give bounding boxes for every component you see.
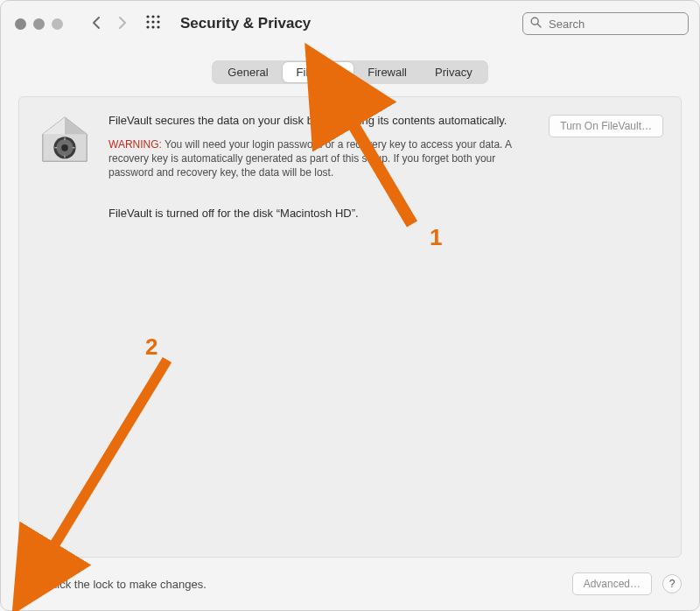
tab-filevault[interactable]: FileVault [283,62,354,82]
tabs: General FileVault Firewall Privacy [212,60,487,84]
svg-point-8 [157,25,159,28]
svg-point-1 [151,15,154,18]
svg-line-10 [537,24,541,27]
window-close-button[interactable] [15,18,26,30]
show-all-icon[interactable] [145,14,161,34]
svg-point-2 [157,15,159,18]
lock-button[interactable] [18,573,36,594]
filevault-pane: FileVault secures the data on your disk … [18,96,682,558]
tab-firewall[interactable]: Firewall [354,62,421,82]
search-icon [530,17,542,31]
svg-point-5 [157,20,159,23]
warning-label: WARNING: [108,138,162,151]
filevault-warning: WARNING: You will need your login passwo… [108,137,522,180]
filevault-description-block: FileVault secures the data on your disk … [108,113,522,221]
turn-on-filevault-button[interactable]: Turn On FileVault… [549,115,663,137]
window-minimize-button[interactable] [33,18,45,30]
search-field[interactable] [522,12,689,35]
svg-point-6 [146,25,149,28]
tab-general[interactable]: General [214,62,282,82]
svg-point-7 [151,25,154,28]
window-title: Security & Privacy [180,15,311,32]
filevault-description: FileVault secures the data on your disk … [108,113,522,129]
tab-privacy[interactable]: Privacy [421,62,486,82]
search-input[interactable] [547,17,681,32]
svg-point-0 [146,15,149,18]
back-button[interactable] [91,16,102,32]
content: General FileVault Firewall Privacy [1,46,699,558]
svg-marker-13 [43,117,65,134]
warning-text: You will need your login password or a r… [108,138,511,179]
help-button[interactable]: ? [662,574,682,593]
prefs-window: Security & Privacy General FileVault Fir… [0,0,700,611]
footer: Click the lock to make changes. Advanced… [1,558,699,610]
traffic-lights [15,18,63,30]
forward-button[interactable] [117,16,128,32]
filevault-icon [37,113,93,169]
svg-point-4 [151,20,154,23]
lock-icon [18,573,36,594]
svg-point-3 [146,20,149,23]
filevault-status: FileVault is turned off for the disk “Ma… [108,206,522,221]
window-zoom-button[interactable] [52,18,63,30]
advanced-button[interactable]: Advanced… [572,572,652,595]
lock-hint-text: Click the lock to make changes. [46,578,206,591]
nav-buttons [91,16,128,32]
svg-point-16 [61,144,68,151]
titlebar: Security & Privacy [1,1,699,46]
